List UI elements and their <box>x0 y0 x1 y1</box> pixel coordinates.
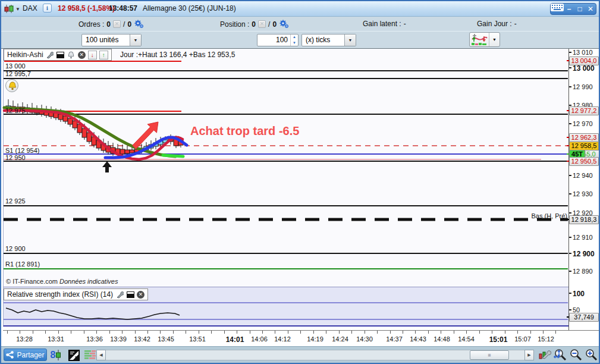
price-level-label: 12 975 <box>5 107 26 114</box>
axis-price-badge: 12 918,3 <box>569 215 599 224</box>
chart-settings-icon[interactable] <box>537 348 552 362</box>
instrument-description: Allemagne 30 (25€) (JUN-18) <box>143 4 236 12</box>
orders-gear-icon[interactable] <box>134 20 144 29</box>
axis-tick-mark <box>569 105 571 106</box>
interval-select[interactable]: (x) ticks ▼ <box>301 34 356 46</box>
spinner-down-icon[interactable]: ▼ <box>291 40 298 46</box>
axis-tick-mark <box>569 237 571 238</box>
time-tick-mark <box>530 331 531 334</box>
order-status-bar: Ordres : 0 ✕ / 0 Position : 0 ✕ / 0 <box>1 17 599 31</box>
wrench-icon[interactable] <box>46 51 54 59</box>
position-qty: 0 <box>252 20 256 29</box>
time-label: 15:12 <box>538 335 554 343</box>
time-label: 13:45 <box>158 335 174 343</box>
keyboard-icon[interactable] <box>551 4 564 14</box>
spinner-up-icon[interactable]: ▲ <box>291 34 298 40</box>
indicator-chart-icon <box>470 33 489 46</box>
indicative-data-text: Données indicatives <box>59 278 118 285</box>
alarm-bell-icon[interactable] <box>5 79 18 92</box>
time-label: 15:07 <box>514 335 531 343</box>
axis-tick-label: 13 010 <box>573 49 593 56</box>
copyright-text: © IT-Finance.com <box>6 278 58 285</box>
axis-price-badge: 12 950,5 <box>569 157 599 166</box>
linked-number: 8 <box>51 350 56 360</box>
rsi-wrench-icon[interactable] <box>115 290 124 299</box>
previous-low-label: Bas (H, Pré) <box>495 212 567 219</box>
quantity-spinner[interactable]: 100 ▲▼ <box>257 34 299 46</box>
price-level-label: 13 000 <box>5 62 26 70</box>
minimize-button[interactable]: – <box>564 4 574 14</box>
axis-tick-label: 100 <box>573 290 585 298</box>
rsi-close-icon[interactable]: ✕ <box>137 291 144 299</box>
panel-icon[interactable] <box>56 51 65 59</box>
time-tick-mark <box>492 331 492 334</box>
orders-pending-count: 0 <box>127 20 131 29</box>
scrollbar-thumb[interactable]: ≡ <box>470 350 509 360</box>
last-update-time: 13:48:57 <box>109 4 137 12</box>
arrow-up-button[interactable]: ↑ <box>99 51 108 59</box>
arrow-down-button[interactable]: ↓ <box>88 51 97 59</box>
share-button[interactable]: Partager <box>4 349 47 361</box>
rsi-title: Relative strength index (RSI) (14) <box>7 290 113 299</box>
axis-tick-mark <box>569 67 571 68</box>
time-tick-mark <box>275 331 275 334</box>
add-indicator-button[interactable]: ▼ <box>469 32 500 47</box>
time-tick-mark <box>428 331 429 334</box>
close-button[interactable]: ✕ <box>585 4 596 14</box>
axis-tick-label: 12 900 <box>573 250 595 258</box>
share-icon <box>6 351 14 359</box>
price-pane[interactable] <box>3 49 568 287</box>
units-select[interactable]: 100 unités ▼ <box>81 34 142 46</box>
time-scrollbar[interactable]: ◀ ≡ ▶ <box>96 350 534 360</box>
time-label: 13:42 <box>134 335 150 343</box>
time-tick-mark <box>186 331 186 334</box>
close-indicator-icon[interactable]: ✕ <box>78 51 86 59</box>
chart-annotation-text[interactable]: Achat trop tard -6.5 <box>190 124 299 138</box>
interval-value: (x) ticks <box>302 34 344 46</box>
rsi-panel-icon[interactable] <box>126 290 134 299</box>
orders-label: Ordres : <box>78 20 104 29</box>
price-axis-area[interactable] <box>569 49 599 346</box>
time-tick-mark <box>199 331 199 334</box>
position-disabled-icon: ✕ <box>258 20 266 28</box>
quantity-value: 100 <box>257 34 290 46</box>
time-tick-mark <box>58 331 59 334</box>
title-bar: ▼ DAX i 12 958,5 (-1,58%) 13:48:57 Allem… <box>1 1 599 17</box>
time-tick-mark <box>415 331 416 334</box>
axis-price-badge: 12 958,5 <box>569 142 599 150</box>
instrument-symbol: DAX <box>23 4 37 12</box>
order-book-icon[interactable] <box>83 349 98 362</box>
axis-tick-label: 13 000 <box>573 64 595 73</box>
position-group: Position : 0 ✕ / 0 <box>220 20 289 29</box>
bell-icon[interactable] <box>67 51 76 59</box>
info-icon[interactable]: i <box>43 4 52 12</box>
scroll-left-icon[interactable]: ◀ <box>96 350 106 360</box>
time-tick-mark <box>543 331 544 334</box>
time-tick-mark <box>147 331 148 334</box>
time-label: 14:06 <box>251 335 268 343</box>
axis-tick-label: 12 990 <box>573 83 593 90</box>
time-tick-mark <box>365 331 365 334</box>
price-pane-header: Heikin-Ashi ✕ ↓ ↑ <box>4 49 112 61</box>
spinner-arrows[interactable]: ▲▼ <box>290 34 298 46</box>
time-tick-mark <box>135 331 136 334</box>
time-tick-mark <box>517 331 518 334</box>
maximize-button[interactable]: □ <box>574 4 585 14</box>
day-high-low-info: Jour :+Haut 13 166,4 +Bas 12 953,5 <box>120 51 235 59</box>
zoom-in-icon[interactable] <box>584 348 599 362</box>
orders-disabled-icon: ✕ <box>113 20 121 28</box>
time-label: 14:43 <box>410 335 426 343</box>
linked-chart-icon[interactable]: 8 <box>49 349 63 362</box>
time-label: 14:12 <box>274 335 291 343</box>
rsi-pane-header: Relative strength index (RSI) (14) ✕ <box>4 288 148 300</box>
position-gear-icon[interactable] <box>279 20 289 29</box>
zoom-fit-icon[interactable] <box>553 348 568 362</box>
time-label: 13:28 <box>16 335 33 343</box>
news-icon[interactable] <box>67 349 81 362</box>
interval-caret-icon: ▼ <box>344 34 356 46</box>
instrument-dropdown-caret[interactable]: ▼ <box>15 7 20 12</box>
zoom-out-icon[interactable] <box>568 348 583 362</box>
scroll-right-icon[interactable]: ▶ <box>524 350 534 360</box>
axis-tick-mark <box>569 271 571 272</box>
scrollbar-track[interactable]: ≡ <box>106 350 524 360</box>
